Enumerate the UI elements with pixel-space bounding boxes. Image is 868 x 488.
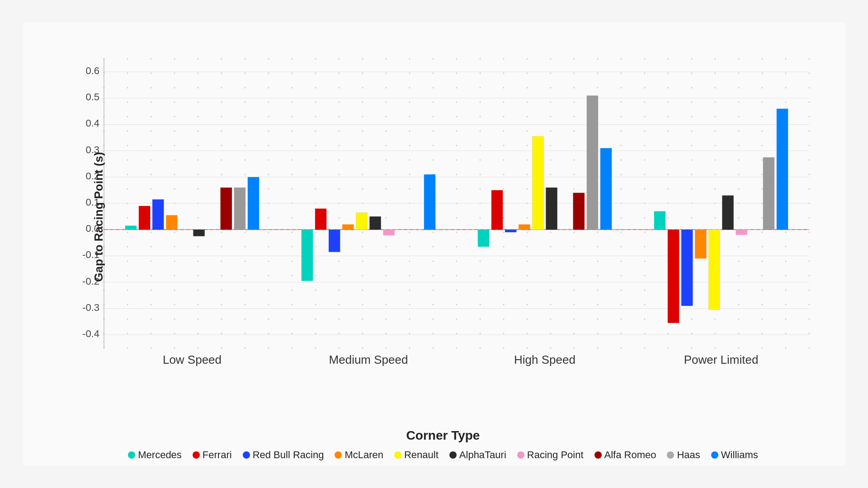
svg-point-552 xyxy=(715,131,716,132)
svg-rect-689 xyxy=(369,216,381,230)
svg-point-476 xyxy=(621,246,622,248)
svg-point-587 xyxy=(738,333,740,334)
svg-point-512 xyxy=(668,160,669,161)
svg-point-335 xyxy=(456,333,458,334)
svg-point-586 xyxy=(738,319,740,320)
svg-point-506 xyxy=(668,73,669,74)
svg-point-56 xyxy=(151,246,152,248)
svg-point-360 xyxy=(503,87,505,89)
svg-point-526 xyxy=(691,58,693,60)
svg-point-370 xyxy=(503,232,505,233)
svg-rect-708 xyxy=(722,196,733,230)
svg-point-434 xyxy=(574,246,575,248)
svg-point-505 xyxy=(668,58,669,60)
svg-point-46 xyxy=(151,102,152,103)
svg-point-206 xyxy=(315,290,316,291)
svg-point-378 xyxy=(503,347,505,349)
svg-point-530 xyxy=(691,116,693,117)
svg-rect-695 xyxy=(505,230,516,232)
svg-point-469 xyxy=(621,145,622,146)
svg-point-456 xyxy=(597,261,599,262)
svg-rect-677 xyxy=(152,199,164,230)
svg-point-216 xyxy=(339,131,340,132)
svg-point-172 xyxy=(292,102,293,103)
svg-point-159 xyxy=(268,217,269,219)
legend-item: AlphaTauri xyxy=(449,449,506,461)
svg-point-106 xyxy=(221,58,222,60)
svg-rect-685 xyxy=(315,209,326,230)
svg-point-86 xyxy=(198,73,199,74)
svg-point-96 xyxy=(198,217,199,219)
svg-point-151 xyxy=(268,102,269,103)
svg-point-408 xyxy=(550,174,552,175)
svg-point-37 xyxy=(127,275,128,277)
svg-text:-0.3: -0.3 xyxy=(82,302,99,313)
svg-point-248 xyxy=(362,290,363,291)
svg-point-294 xyxy=(409,347,410,349)
svg-point-624 xyxy=(785,261,787,262)
svg-point-170 xyxy=(292,73,293,74)
svg-point-487 xyxy=(644,102,646,103)
svg-point-280 xyxy=(409,145,410,146)
svg-point-119 xyxy=(221,246,222,248)
svg-point-613 xyxy=(785,102,787,103)
svg-point-603 xyxy=(762,261,763,262)
svg-point-358 xyxy=(503,58,505,60)
svg-point-285 xyxy=(409,217,410,219)
svg-point-132 xyxy=(245,131,246,132)
svg-point-418 xyxy=(550,319,552,320)
svg-point-402 xyxy=(550,87,552,89)
svg-point-128 xyxy=(245,73,246,74)
svg-point-308 xyxy=(433,246,434,248)
svg-point-156 xyxy=(268,174,269,175)
svg-point-364 xyxy=(503,145,505,146)
svg-point-34 xyxy=(127,232,128,233)
svg-point-236 xyxy=(362,116,363,117)
svg-point-376 xyxy=(503,319,505,320)
svg-point-78 xyxy=(174,261,175,262)
svg-rect-711 xyxy=(777,109,788,230)
svg-rect-705 xyxy=(681,230,693,306)
svg-point-81 xyxy=(174,304,175,305)
svg-point-171 xyxy=(292,87,293,89)
svg-point-41 xyxy=(127,333,128,334)
svg-point-215 xyxy=(339,116,340,117)
svg-point-298 xyxy=(433,102,434,103)
svg-point-467 xyxy=(621,116,622,117)
svg-point-440 xyxy=(574,333,575,334)
svg-rect-684 xyxy=(302,230,313,281)
svg-point-433 xyxy=(574,232,575,233)
svg-point-120 xyxy=(221,261,222,262)
legend-dot xyxy=(394,451,401,459)
svg-point-218 xyxy=(339,160,340,161)
svg-point-594 xyxy=(762,131,763,132)
svg-point-76 xyxy=(174,232,175,233)
svg-point-591 xyxy=(762,87,763,89)
svg-point-588 xyxy=(738,347,740,349)
svg-point-344 xyxy=(480,160,481,161)
svg-point-403 xyxy=(550,102,552,103)
svg-point-405 xyxy=(550,131,552,132)
svg-point-23 xyxy=(127,73,128,74)
svg-point-73 xyxy=(174,188,175,190)
svg-point-301 xyxy=(433,145,434,146)
svg-point-627 xyxy=(785,304,787,305)
svg-point-282 xyxy=(409,174,410,175)
x-axis-label: Corner Type xyxy=(406,428,480,443)
svg-point-288 xyxy=(409,261,410,262)
svg-point-257 xyxy=(386,116,387,117)
svg-point-70 xyxy=(174,145,175,146)
legend-item: Red Bull Racing xyxy=(243,449,324,461)
svg-point-176 xyxy=(292,160,293,161)
svg-point-112 xyxy=(221,145,222,146)
svg-point-274 xyxy=(409,58,410,60)
svg-point-625 xyxy=(785,275,787,277)
svg-point-85 xyxy=(198,58,199,60)
svg-point-253 xyxy=(386,58,387,60)
svg-point-270 xyxy=(386,304,387,305)
svg-point-379 xyxy=(527,58,528,60)
svg-point-67 xyxy=(174,102,175,103)
svg-point-374 xyxy=(503,290,505,291)
svg-point-477 xyxy=(621,261,622,262)
svg-point-139 xyxy=(245,232,246,233)
